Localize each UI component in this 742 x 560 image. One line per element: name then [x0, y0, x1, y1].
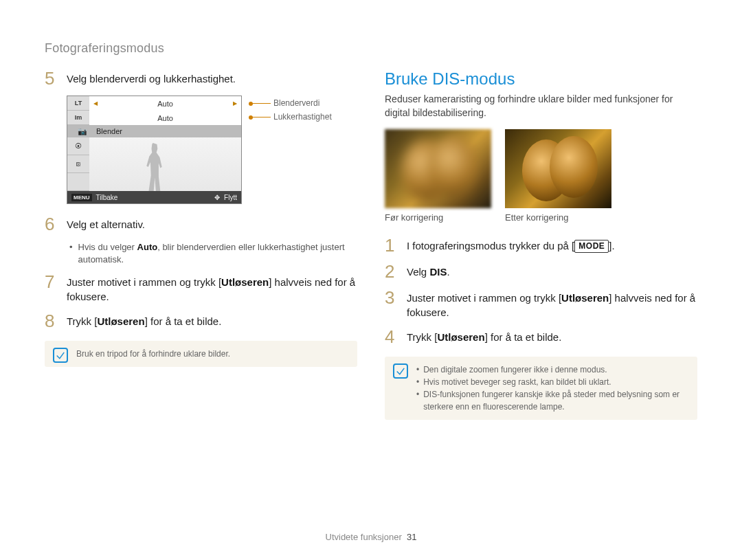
step-number: 3 [385, 289, 400, 306]
lcd-icon: Im [67, 111, 89, 125]
page-footer: Utvidete funksjoner 31 [0, 532, 742, 542]
comparison-photos [385, 129, 697, 208]
arrow-right-icon: ▶ [233, 100, 237, 107]
step-number: 8 [45, 312, 60, 330]
step-text: Trykk [Utløseren] for å ta et bilde. [67, 312, 221, 328]
lcd-blender-label: Blender [96, 127, 122, 135]
annotation-shutter: Lukkerhastighet [273, 112, 332, 122]
note-item: Den digitale zoomen fungerer ikke i denn… [416, 363, 688, 376]
note-item: DIS-funksjonen fungerer kanskje ikke på … [416, 388, 688, 413]
step-6-note: Hvis du velger Auto, blir blenderverdien… [69, 241, 357, 266]
arrow-left-icon: ◀ [93, 100, 98, 107]
caption-after: Etter korrigering [505, 212, 611, 223]
step-6: 6 Velg et alternativ. [45, 215, 357, 233]
right-column: Bruke DIS-modus Reduser kameraristing og… [385, 69, 697, 420]
lcd-icon: ⦻ [67, 155, 89, 173]
step-text: Trykk [Utløseren] for å ta et bilde. [407, 328, 561, 344]
step-number: 2 [385, 262, 400, 280]
note-item: Hvis motivet beveger seg raskt, kan bild… [416, 376, 688, 388]
step-number: 4 [385, 328, 400, 346]
lcd-icon-column: LT Im [67, 96, 89, 125]
step-3: 3 Juster motivet i rammen og trykk [Utlø… [385, 289, 697, 320]
step-number: 1 [385, 236, 400, 254]
person-silhouette-icon [141, 143, 168, 191]
step-2: 2 Velg DIS. [385, 262, 697, 280]
step-text: Juster motivet i rammen og trykk [Utløse… [407, 289, 697, 320]
step-number: 6 [45, 215, 60, 233]
lcd-footer: MENU Tilbake ✥ Flytt [67, 191, 241, 203]
lcd-blender-row: 📷 Blender [67, 125, 241, 137]
note-icon [53, 348, 68, 363]
lcd-icon: LT [67, 96, 89, 111]
camera-lcd: LT Im ◀ Auto ▶ Auto [67, 96, 242, 204]
photo-after [505, 129, 611, 208]
lcd-aperture-row: ◀ Auto ▶ [89, 96, 241, 111]
lcd-value: Auto [100, 100, 230, 108]
lcd-preview: ⦿ ⦻ [67, 137, 241, 191]
step-text: Juster motivet i rammen og trykk [Utløse… [67, 273, 357, 304]
step-7: 7 Juster motivet i rammen og trykk [Utlø… [45, 273, 357, 304]
step-number: 7 [45, 273, 60, 291]
lcd-annotations: Blenderverdi Lukkerhastighet [251, 96, 332, 122]
step-text: I fotograferingsmodus trykker du på [MOD… [407, 236, 615, 253]
camera-lcd-figure: LT Im ◀ Auto ▶ Auto [67, 96, 357, 204]
left-column: 5 Velg blenderverdi og lukkerhastighet. … [45, 69, 357, 420]
lcd-icon: ⦿ [67, 137, 89, 155]
step-text: Velg blenderverdi og lukkerhastighet. [67, 69, 236, 86]
caption-before: Før korrigering [385, 212, 491, 223]
lcd-value: Auto [93, 114, 237, 122]
step-4: 4 Trykk [Utløseren] for å ta et bilde. [385, 328, 697, 346]
dis-heading: Bruke DIS-modus [385, 69, 697, 89]
step-1: 1 I fotograferingsmodus trykker du på [M… [385, 236, 697, 254]
lcd-back-label: Tilbake [96, 194, 118, 201]
camera-icon: 📷 [71, 127, 93, 136]
tripod-note: Bruk en tripod for å forhindre uklare bi… [45, 341, 357, 367]
lcd-move-label: Flytt [224, 194, 237, 201]
step-number: 5 [45, 69, 60, 87]
section-label: Fotograferingsmodus [45, 41, 697, 56]
note-text: Bruk en tripod for å forhindre uklare bi… [76, 349, 230, 359]
dis-intro: Reduser kameraristing og forhindre uklar… [385, 93, 697, 120]
step-5: 5 Velg blenderverdi og lukkerhastighet. [45, 69, 357, 87]
photo-before [385, 129, 491, 208]
nav-icon: ✥ [214, 194, 220, 201]
dis-notes: Den digitale zoomen fungerer ikke i denn… [385, 357, 697, 420]
note-icon [393, 363, 408, 379]
step-text: Velg DIS. [407, 262, 450, 279]
annotation-aperture: Blenderverdi [273, 98, 319, 108]
step-text: Velg et alternativ. [67, 215, 145, 232]
menu-icon: MENU [71, 194, 92, 201]
step-8: 8 Trykk [Utløseren] for å ta et bilde. [45, 312, 357, 330]
mode-button-icon: MODE [574, 240, 609, 253]
lcd-shutter-row: Auto [89, 111, 241, 125]
